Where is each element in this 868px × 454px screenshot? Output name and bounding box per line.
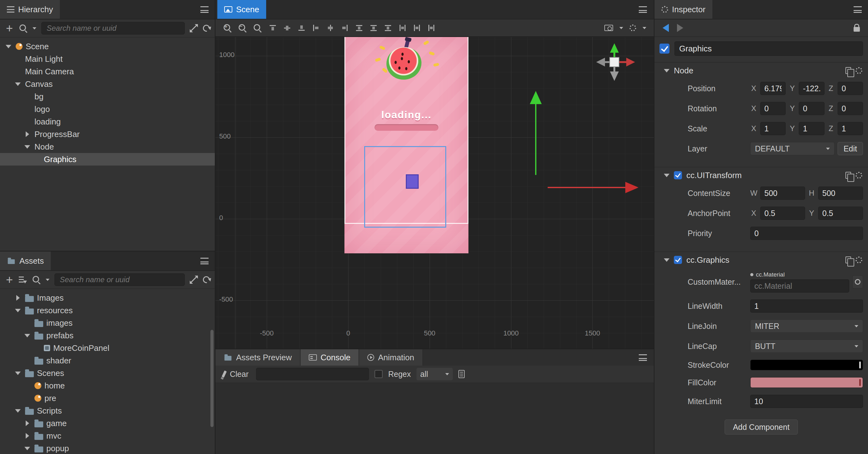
hierarchy-item-bg[interactable]: bg [0, 90, 215, 103]
hierarchy-item-graphics[interactable]: Graphics [0, 153, 215, 166]
hierarchy-item-loading[interactable]: loading [0, 115, 215, 128]
hierarchy-item-main-light[interactable]: Main Light [0, 53, 215, 65]
priority-input[interactable] [750, 227, 863, 240]
gizmo-y-axis-arrow-icon[interactable] [530, 91, 542, 104]
view-gizmo-down-arrow-icon[interactable] [610, 72, 619, 81]
scene-menu-icon[interactable] [639, 6, 647, 13]
assets-item-images-root[interactable]: Images [0, 291, 215, 304]
distribute-bottom-icon[interactable] [384, 24, 392, 32]
miter-limit-input[interactable] [750, 395, 863, 408]
collapse-arrow-icon[interactable] [15, 409, 21, 413]
expand-arrow-icon[interactable] [16, 295, 20, 301]
collapse-arrow-icon[interactable] [15, 309, 21, 312]
zoom-in-icon[interactable] [223, 24, 232, 32]
assets-search-filter-caret-icon[interactable] [46, 279, 50, 281]
hierarchy-search-input[interactable] [41, 22, 185, 34]
camera-view-icon[interactable] [604, 25, 613, 31]
lock-icon[interactable] [854, 27, 860, 32]
component-paste-icon[interactable] [845, 256, 851, 263]
search-filter-caret-icon[interactable] [33, 27, 36, 29]
expand-arrow-icon[interactable] [26, 131, 29, 137]
assets-scrollbar[interactable] [210, 330, 214, 427]
node-active-checkbox[interactable] [659, 44, 670, 54]
anchor-x-input[interactable] [760, 207, 805, 220]
hierarchy-item-canvas[interactable]: Canvas [0, 78, 215, 90]
material-picker-icon[interactable] [852, 275, 863, 288]
scene-settings-icon[interactable] [629, 25, 636, 31]
scale-z-input[interactable] [838, 122, 863, 135]
scene-viewport[interactable]: 1000 500 0 -500 -500 0 500 1000 1500 loa… [215, 37, 654, 349]
rotation-z-input[interactable] [838, 102, 863, 115]
node-name-input[interactable] [675, 41, 863, 56]
console-log-area[interactable] [215, 383, 654, 454]
collapse-arrow-icon[interactable] [15, 82, 21, 86]
assets-search-input[interactable] [55, 274, 185, 286]
hierarchy-item-main-camera[interactable]: Main Camera [0, 65, 215, 78]
zoom-out-icon[interactable] [238, 24, 247, 32]
assets-item-mvc[interactable]: mvc [0, 429, 215, 442]
position-x-input[interactable] [760, 82, 786, 95]
stroke-color-field[interactable] [750, 360, 863, 370]
collapse-arrow-icon[interactable] [15, 372, 21, 375]
gizmo-x-axis-line[interactable] [548, 187, 626, 188]
line-cap-dropdown[interactable]: BUTT [750, 340, 863, 353]
scale-y-input[interactable] [799, 122, 824, 135]
tab-assets-preview[interactable]: Assets Preview [215, 349, 301, 366]
align-top-icon[interactable] [269, 24, 277, 32]
tab-animation[interactable]: Animation [359, 349, 423, 366]
hierarchy-tab[interactable]: Hierarchy [0, 0, 60, 19]
align-right-icon[interactable] [341, 24, 349, 32]
component-settings-icon[interactable] [856, 256, 862, 263]
hierarchy-menu-icon[interactable] [200, 6, 209, 13]
assets-menu-icon[interactable] [200, 258, 209, 264]
assets-search-filter-icon[interactable] [32, 275, 41, 284]
create-asset-button[interactable] [5, 274, 14, 286]
clear-console-button[interactable]: Clear [221, 370, 250, 379]
align-center-icon[interactable] [326, 24, 334, 32]
custom-material-field[interactable]: cc.Material [750, 279, 849, 292]
assets-item-pre[interactable]: pre [0, 392, 215, 404]
assets-item-resources[interactable]: resources [0, 304, 215, 317]
align-bottom-icon[interactable] [298, 24, 306, 32]
log-level-dropdown[interactable]: all [416, 368, 453, 380]
component-settings-icon[interactable] [856, 172, 862, 179]
expand-arrow-icon[interactable] [26, 433, 29, 438]
search-filter-icon[interactable] [19, 24, 28, 33]
expand-all-icon[interactable] [190, 24, 198, 32]
hierarchy-item-progressbar[interactable]: ProgressBar [0, 128, 215, 140]
assets-item-game[interactable]: game [0, 417, 215, 429]
console-menu-icon[interactable] [639, 354, 647, 361]
camera-view-caret-icon[interactable] [619, 27, 623, 29]
collapse-arrow-icon[interactable] [664, 69, 670, 73]
graphics-node-shape[interactable] [406, 174, 418, 189]
history-forward-icon[interactable] [677, 24, 683, 32]
view-gizmo-right-cone-icon[interactable] [626, 58, 635, 66]
gizmo-y-axis-line[interactable] [535, 104, 536, 175]
distribute-right-icon[interactable] [427, 24, 435, 32]
hierarchy-item-logo[interactable]: logo [0, 103, 215, 115]
distribute-vertical-icon[interactable] [370, 24, 378, 32]
scale-x-input[interactable] [760, 122, 786, 135]
collapse-arrow-icon[interactable] [24, 145, 30, 149]
expand-arrow-icon[interactable] [26, 421, 29, 426]
assets-item-scenes[interactable]: Scenes [0, 367, 215, 379]
gizmo-x-axis-arrow-icon[interactable] [625, 182, 639, 193]
assets-item-images[interactable]: images [0, 317, 215, 329]
view-gizmo-cube[interactable] [609, 57, 619, 67]
assets-refresh-icon[interactable] [202, 275, 211, 285]
zoom-reset-icon[interactable] [253, 24, 262, 32]
scene-settings-caret-icon[interactable] [643, 27, 646, 29]
collapse-arrow-icon[interactable] [24, 447, 30, 450]
collapse-all-icon[interactable] [190, 276, 198, 284]
layer-edit-button[interactable]: Edit [838, 142, 863, 155]
view-gizmo-up-arrow-icon[interactable] [610, 43, 619, 53]
assets-item-shader[interactable]: shader [0, 354, 215, 367]
create-node-button[interactable] [5, 22, 14, 34]
content-size-h-input[interactable] [818, 187, 863, 200]
graphics-enabled-checkbox[interactable] [674, 256, 682, 264]
tab-console[interactable]: Console [301, 349, 359, 366]
align-left-icon[interactable] [312, 24, 320, 32]
component-paste-icon[interactable] [845, 67, 851, 74]
layer-dropdown[interactable]: DEFAULT [750, 142, 835, 155]
collapse-arrow-icon[interactable] [664, 174, 670, 177]
